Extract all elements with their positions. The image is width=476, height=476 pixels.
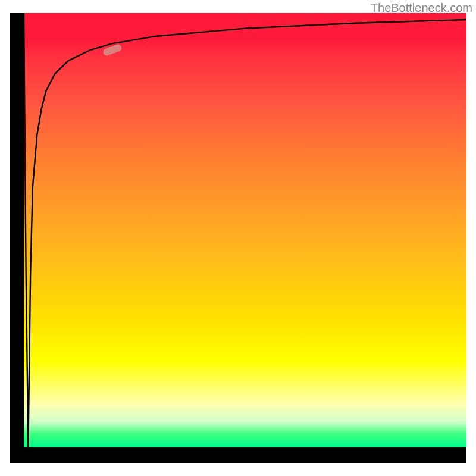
x-axis — [24, 447, 466, 463]
y-axis — [10, 13, 24, 463]
chart-container — [10, 13, 466, 463]
plot-area — [24, 13, 466, 447]
curve-line — [24, 13, 466, 447]
curve-svg — [24, 13, 466, 447]
attribution-text: TheBottleneck.com — [371, 1, 472, 15]
